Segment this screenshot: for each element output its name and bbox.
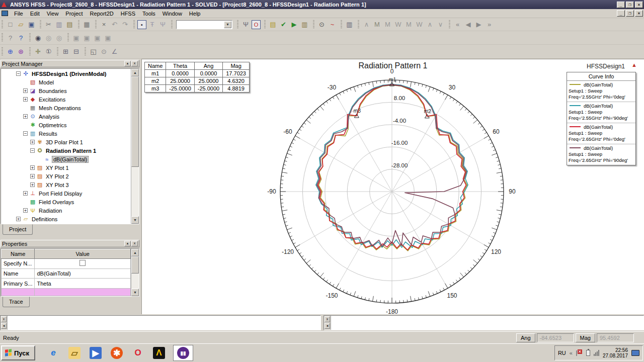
pin-icon[interactable]: ▴ <box>124 61 131 66</box>
report-window[interactable]: 0306090120150-180-150-120-90-60-308.00-4… <box>141 59 644 314</box>
message-window[interactable]: x ◂ <box>0 315 321 330</box>
visibility-opt-3-icon[interactable]: ▣ <box>92 33 103 43</box>
tree-item-hfssdesign1[interactable]: −✣HFSSDesign1 (DrivenModal) <box>1 69 131 78</box>
help-topics-icon[interactable]: ? <box>5 33 16 43</box>
cut-icon[interactable]: ✂ <box>43 20 54 30</box>
hide-selection-icon[interactable]: ◎ <box>43 33 54 43</box>
paste-icon[interactable]: ▤ <box>64 20 75 30</box>
properties-col-header[interactable]: Value <box>35 249 131 259</box>
language-indicator[interactable]: RU <box>558 350 566 356</box>
toolbar-grip[interactable] <box>264 20 266 29</box>
battery-icon[interactable] <box>586 350 590 356</box>
scroll-thumb[interactable] <box>131 256 139 274</box>
legend-entry[interactable]: dB(GainTotal)Setup1 : SweepFreq='2.65GHz… <box>567 123 635 144</box>
tree-item-radiation[interactable]: +ΨRadiation <box>1 206 131 215</box>
property-row[interactable]: Specify N... <box>2 258 131 268</box>
solution-branch-icon[interactable]: Ψ <box>240 20 251 30</box>
nav-next-icon[interactable]: ▶ <box>473 20 484 30</box>
project-tree-scrollbar[interactable]: ▲ ▼ <box>131 69 139 224</box>
visibility-opt-4-icon[interactable]: ▣ <box>103 33 113 43</box>
trace-shape-1-icon[interactable]: ∧ <box>361 20 372 30</box>
opera-browser-icon[interactable]: O <box>131 346 145 360</box>
menu-file[interactable]: File <box>11 10 27 18</box>
collapse-icon[interactable]: − <box>30 148 35 153</box>
save-file-icon[interactable]: ▣ <box>26 20 37 30</box>
menu-report2d[interactable]: Report2D <box>87 10 117 18</box>
copy-icon[interactable]: ▥ <box>54 20 64 30</box>
mdi-child-icon[interactable] <box>2 11 8 16</box>
toolbar-grip[interactable] <box>2 20 3 29</box>
expand-icon[interactable]: + <box>30 174 35 178</box>
port-display-icon[interactable]: Ψ <box>157 20 168 30</box>
visibility-opt-1-icon[interactable]: ▣ <box>71 33 82 43</box>
properties-scrollbar[interactable]: ▲ ▼ <box>131 249 139 296</box>
menu-edit[interactable]: Edit <box>27 10 43 18</box>
hfss-3d-layout-icon[interactable]: ⊕ <box>5 47 16 57</box>
toolbar-grip[interactable] <box>237 20 238 29</box>
close-icon[interactable]: x <box>325 316 330 322</box>
toolbar-grip[interactable] <box>78 20 79 29</box>
tree-item-results[interactable]: −▥Results <box>1 129 131 138</box>
hide-all-icon[interactable]: ◎ <box>54 33 64 43</box>
menu-view[interactable]: View <box>43 10 62 18</box>
toolbar-grip[interactable] <box>57 47 58 56</box>
expand-icon[interactable]: + <box>23 97 28 102</box>
tree-item-xy-plot-3[interactable]: +▨XY Plot 3 <box>1 180 131 189</box>
new-file-icon[interactable]: □ <box>5 20 16 30</box>
tree-item-mesh-operations[interactable]: ▦Mesh Operations <box>1 104 131 112</box>
menu-project[interactable]: Project <box>62 10 86 18</box>
expand-icon[interactable]: + <box>23 191 28 196</box>
undo-icon[interactable]: ↶ <box>109 20 120 30</box>
minimize-button[interactable]: _ <box>617 2 625 8</box>
scroll-thumb[interactable] <box>131 76 139 167</box>
tree-item-3d-polar-plot-1[interactable]: +✾3D Polar Plot 1 <box>1 138 131 146</box>
redo-icon[interactable]: ↷ <box>120 20 130 30</box>
file-manager-icon[interactable]: ▱ <box>67 346 82 360</box>
collapse-icon[interactable]: − <box>23 131 28 136</box>
curve-info-legend[interactable]: Curve Info dB(GainTotal)Setup1 : SweepFr… <box>567 72 636 165</box>
toolbar-grip[interactable] <box>171 20 173 29</box>
scroll-down-icon[interactable]: ▼ <box>131 216 139 224</box>
ansys-launcher-icon[interactable]: Λ <box>152 346 166 360</box>
scroll-up-icon[interactable]: ▲ <box>131 69 139 76</box>
property-row[interactable]: NamedB(GainTotal) <box>2 268 131 279</box>
orient-axes-icon[interactable]: ∠ <box>109 47 120 57</box>
ansys-electronics-icon[interactable]: ▮▮ <box>173 345 193 361</box>
zoom-out-window-icon[interactable]: ⊟ <box>71 47 82 57</box>
toolbar-grip[interactable] <box>133 20 135 29</box>
collapse-icon[interactable]: ◂ <box>1 323 7 329</box>
validate-check-icon[interactable]: ✔ <box>278 20 289 30</box>
display-icon[interactable] <box>631 350 639 356</box>
tree-item-db-gaintotal[interactable]: ≈dB(GainTotal) <box>1 155 131 163</box>
start-button[interactable]: Пуск <box>1 345 35 360</box>
create-report-icon[interactable]: ~ <box>327 20 338 30</box>
tree-item-optimetrics[interactable]: ✱Optimetrics <box>1 121 131 129</box>
nav-prev-icon[interactable]: ◀ <box>463 20 473 30</box>
show-all-visibility-icon[interactable]: ◉ <box>33 33 43 43</box>
close-icon[interactable]: x <box>131 241 138 246</box>
toolbar-grip[interactable] <box>85 47 86 56</box>
close-button[interactable]: ✕ <box>635 2 643 8</box>
visibility-opt-2-icon[interactable]: ▣ <box>82 33 92 43</box>
clock[interactable]: 22:56 27.08.2017 <box>603 347 628 358</box>
media-player-icon[interactable]: ▶ <box>89 346 103 360</box>
tree-item-radiation-pattern-1[interactable]: −✪Radiation Pattern 1 <box>1 146 131 155</box>
print-icon[interactable]: ▦ <box>82 20 92 30</box>
fit-all-view-icon[interactable]: ◱ <box>88 47 99 57</box>
pin-icon[interactable]: ▴ <box>124 241 131 246</box>
trace-shape-3-icon[interactable]: M <box>382 20 393 30</box>
network-signal-icon[interactable] <box>594 350 599 356</box>
menu-window[interactable]: Window <box>159 10 186 18</box>
toolbar-grip[interactable] <box>67 33 69 42</box>
tree-item-model[interactable]: ▧Model <box>1 78 131 86</box>
child-close-button[interactable]: ✕ <box>635 10 643 17</box>
expand-icon[interactable]: + <box>30 183 35 187</box>
chevron-down-icon[interactable]: ▼ <box>224 21 231 28</box>
toolbar-grip[interactable] <box>2 47 3 56</box>
toolbar-grip[interactable] <box>29 47 31 56</box>
film-reel-app-icon[interactable]: ✱ <box>110 346 124 360</box>
search-solution-icon[interactable]: ⊙ <box>316 20 327 30</box>
scroll-up-icon[interactable]: ▲ <box>131 249 139 256</box>
checkbox[interactable] <box>79 260 86 266</box>
menu-help[interactable]: Help <box>186 10 204 18</box>
